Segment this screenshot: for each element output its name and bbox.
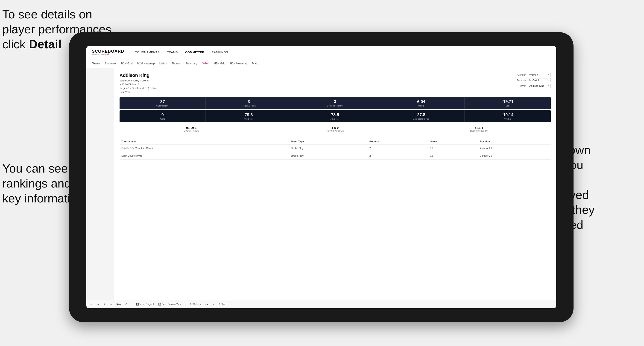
filter-division-row: Division NJCAA I NJCAA II <box>513 78 551 82</box>
record-top50: 5-11-1 Record vs top 50 <box>407 126 551 132</box>
player-region: Region 1 - Southwest (18) District <box>120 86 157 90</box>
top-nav: SCOREBOARD Powered by clippd TOURNAMENTS… <box>86 46 556 59</box>
main-content: Addison King Mesa Community College NJCA… <box>86 68 556 300</box>
stat-national-rank: 37 National Rank <box>120 97 206 109</box>
col-event-type: Event Type <box>288 139 367 145</box>
sub-nav-h2h-grid2[interactable]: H2H Grid <box>214 61 225 66</box>
player-header: Addison King Mesa Community College NJCA… <box>120 73 551 94</box>
division-select[interactable]: NJCAA I NJCAA II <box>528 78 551 82</box>
sub-nav-teams[interactable]: Teams <box>92 61 100 66</box>
stats-row2: 0 Wins 79.6 Avg Score 78.5 Adj Score 27.… <box>120 110 551 122</box>
stat-conference-rank: 3 Conference Rank <box>292 97 378 109</box>
stat-avg-score-par: 27.8 Avg Score to Par <box>378 110 464 122</box>
tablet-screen: SCOREBOARD Powered by clippd TOURNAMENTS… <box>86 46 556 308</box>
nav-item-committee[interactable]: COMMITTEE <box>185 51 204 54</box>
cell-score-2: 16 <box>428 152 478 160</box>
bottom-toolbar: ↩ ↪ ⊕ ⊖ ▣— ⏱ 🔲 View: Original 💾 Save Cus… <box>86 300 556 308</box>
sub-nav-h2h-heatmap2[interactable]: H2H Heatmap <box>230 61 247 66</box>
nav-item-rankings[interactable]: RANKINGS <box>212 51 228 54</box>
nav-item-tournaments[interactable]: TOURNAMENTS <box>135 51 160 54</box>
sub-nav-matrix2[interactable]: Matrix <box>252 61 260 66</box>
table-row: Lady Coyote Invite Stroke Play 2 16 7 ou… <box>120 152 551 160</box>
view-original-button[interactable]: 🔲 View: Original <box>135 302 155 306</box>
sub-nav-summary2[interactable]: Summary <box>185 61 197 66</box>
sub-nav: Teams Summary H2H Grid H2H Heatmap Matri… <box>86 59 556 68</box>
stat-avg-score: 79.6 Avg Score <box>206 110 292 122</box>
col-score: Score <box>428 139 478 145</box>
toolbar-separator-1 <box>132 303 132 306</box>
zoom-out-button[interactable]: ⊖ <box>108 302 113 306</box>
filter-division-label: Division <box>513 79 526 82</box>
player-info: Addison King Mesa Community College NJCA… <box>120 73 157 94</box>
filter-player-label: Player <box>513 84 526 87</box>
undo-button[interactable]: ↩ <box>89 302 94 306</box>
gender-select-wrapper[interactable]: Women Men <box>528 73 551 77</box>
records-row: 91-20-1 Overall Record 1-5-0 Record vs t… <box>120 126 551 135</box>
redo-button[interactable]: ↪ <box>96 302 100 306</box>
sub-nav-detail[interactable]: Detail <box>202 61 209 66</box>
screen-button[interactable]: □▾ <box>204 302 209 306</box>
sub-nav-players[interactable]: Players <box>171 61 180 66</box>
player-select[interactable]: Addison King <box>528 84 551 88</box>
player-name: Addison King <box>120 73 157 78</box>
cell-rounds-1: 2 <box>368 145 428 152</box>
table-row: Estella CC- Mountain Classic Stroke Play… <box>120 145 551 152</box>
stat-wins: 0 Wins <box>120 110 206 122</box>
sub-nav-summary[interactable]: Summary <box>104 61 116 66</box>
cell-event-type-1: Stroke Play <box>288 145 367 152</box>
toolbar-separator-2 <box>185 303 186 306</box>
logo-title: SCOREBOARD <box>92 49 124 53</box>
watch-button[interactable]: 👁 Watch ▾ <box>188 302 202 306</box>
nav-item-teams[interactable]: TEAMS <box>167 51 178 54</box>
player-school: Mesa Community College <box>120 79 157 83</box>
sub-nav-h2h-heatmap[interactable]: H2H Heatmap <box>137 61 155 66</box>
col-position: Position <box>478 139 551 145</box>
content-panel: Addison King Mesa Community College NJCA… <box>114 68 556 300</box>
col-tournament: Tournament <box>120 139 288 145</box>
clock-button[interactable]: ⏱ <box>124 302 129 306</box>
sidebar-blank <box>86 68 114 300</box>
cell-position-2: 7 out of 20 <box>478 152 551 160</box>
player-filters: Gender Women Men Division <box>513 73 551 88</box>
nav-items: TOURNAMENTS TEAMS COMMITTEE RANKINGS <box>135 51 228 54</box>
cell-rounds-2: 2 <box>368 152 428 160</box>
stat-points: 6.04 Points <box>378 97 464 109</box>
filter-player-row: Player Addison King <box>513 84 551 88</box>
stats-row1: 37 National Rank 3 Regional Rank 3 Confe… <box>120 97 551 109</box>
player-year: First Year <box>120 90 157 94</box>
cell-position-1: 4 out of 20 <box>478 145 551 152</box>
record-overall: 91-20-1 Overall Record <box>120 126 263 132</box>
stat-regional-rank: 3 Regional Rank <box>206 97 292 109</box>
player-select-wrapper[interactable]: Addison King <box>528 84 551 88</box>
save-custom-view-button[interactable]: 💾 Save Custom View <box>157 302 182 306</box>
scoreboard-logo: SCOREBOARD Powered by clippd <box>92 49 124 55</box>
tablet-frame: SCOREBOARD Powered by clippd TOURNAMENTS… <box>69 32 574 322</box>
sub-nav-h2h-grid[interactable]: H2H Grid <box>121 61 133 66</box>
expand-button[interactable]: ⤢ <box>211 302 216 306</box>
player-division: NJCAA Division 1 <box>120 83 157 86</box>
col-rounds: Rounds <box>368 139 428 145</box>
logo-sub: Powered by clippd <box>92 53 124 55</box>
zoom-in-button[interactable]: ⊕ <box>102 302 107 306</box>
cell-score-1: 17 <box>428 145 478 152</box>
division-select-wrapper[interactable]: NJCAA I NJCAA II <box>528 78 551 82</box>
cell-tournament-1: Estella CC- Mountain Classic <box>120 145 288 152</box>
record-top25: 1-5-0 Record vs top 25 <box>263 126 407 132</box>
tournament-table: Tournament Event Type Rounds Score Posit… <box>120 139 551 160</box>
filter-gender-row: Gender Women Men <box>513 73 551 77</box>
share-button[interactable]: ⤴ Share <box>218 302 228 306</box>
stat-avg-sg: -10.14 Avg SG <box>464 110 551 122</box>
filter-gender-label: Gender <box>513 73 526 76</box>
cell-event-type-2: Stroke Play <box>288 152 367 160</box>
cell-tournament-2: Lady Coyote Invite <box>120 152 288 160</box>
stat-sos: -19.71 SoS <box>464 97 551 109</box>
fit-button[interactable]: ▣— <box>115 302 122 306</box>
stat-adj-score: 78.5 Adj Score <box>292 110 378 122</box>
sub-nav-matrix[interactable]: Matrix <box>160 61 167 66</box>
gender-select[interactable]: Women Men <box>528 73 551 77</box>
